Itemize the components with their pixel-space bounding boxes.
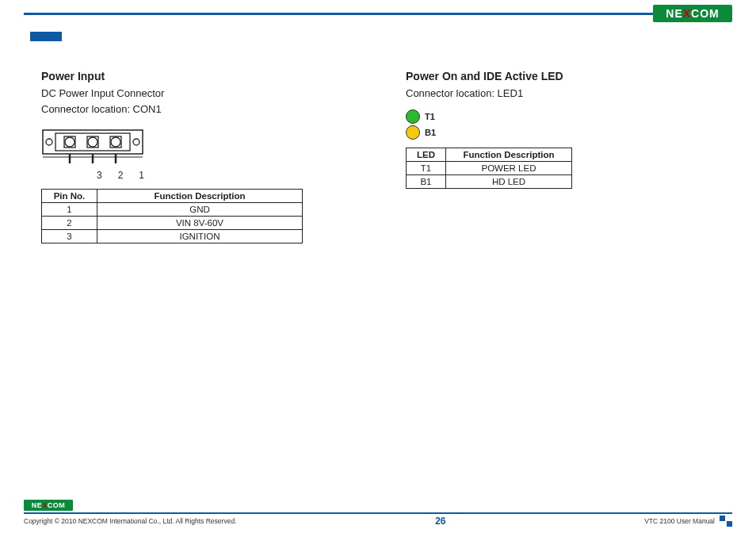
cell: B1 [407, 175, 446, 189]
copyright-text: Copyright © 2010 NEXCOM International Co… [24, 517, 236, 525]
led-diagram: T1 B1 [406, 109, 723, 140]
footer-brand-logo: NEXCOM [24, 500, 73, 511]
led-row-b1: B1 [406, 125, 723, 140]
power-input-sub2: Connector location: CON1 [41, 102, 358, 117]
pin-label-3: 3 [97, 170, 102, 181]
cell: POWER LED [446, 162, 572, 175]
power-input-title: Power Input [41, 70, 358, 82]
svg-point-4 [65, 137, 74, 147]
page-number: 26 [435, 516, 445, 527]
cell: IGNITION [97, 230, 303, 243]
content-body: Power Input DC Power Input Connector Con… [41, 70, 724, 243]
brand-logo-text: NEXCOM [666, 7, 719, 20]
cell: 1 [42, 203, 97, 217]
cell: VIN 8V-60V [97, 217, 303, 230]
pin-table: Pin No. Function Description 1 GND 2 VIN… [41, 189, 303, 243]
right-column: Power On and IDE Active LED Connector lo… [406, 70, 723, 243]
led-row-t1: T1 [406, 109, 723, 124]
led-label-b1: B1 [425, 128, 436, 137]
led-table: LED Function Description T1 POWER LED B1… [406, 148, 572, 189]
footer-rule [24, 512, 732, 514]
brand-pre: NE [666, 7, 682, 20]
brand-pre: NE [32, 501, 43, 509]
led-section-title: Power On and IDE Active LED [406, 70, 723, 82]
brand-logo: NEXCOM [653, 5, 732, 22]
table-row: 2 VIN 8V-60V [42, 217, 303, 230]
brand-post: COM [48, 501, 66, 509]
cell: 2 [42, 217, 97, 230]
table-row: 3 IGNITION [42, 230, 303, 243]
cell: T1 [407, 162, 446, 175]
pin-label-2: 2 [118, 170, 124, 181]
header-rule [24, 13, 732, 15]
cell: HD LED [446, 175, 572, 189]
footer-deco-icon [720, 516, 732, 527]
doc-title: VTC 2100 User Manual [644, 517, 715, 525]
led-yellow-icon [406, 125, 420, 140]
pin-label-1: 1 [139, 170, 144, 181]
svg-point-6 [88, 137, 97, 147]
connector-diagram: 1 2 3 [41, 125, 358, 181]
footer-row: Copyright © 2010 NEXCOM International Co… [24, 516, 732, 527]
pin-th-no: Pin No. [42, 190, 97, 203]
pin-number-labels: 1 2 3 [49, 170, 144, 181]
table-row: B1 HD LED [407, 175, 572, 189]
led-green-icon [406, 109, 420, 124]
footer-right: VTC 2100 User Manual [644, 516, 732, 527]
table-header-row: Pin No. Function Description [42, 190, 303, 203]
power-input-sub1: DC Power Input Connector [41, 86, 358, 102]
led-th-desc: Function Description [446, 148, 572, 162]
pin-th-desc: Function Description [97, 190, 303, 203]
left-column: Power Input DC Power Input Connector Con… [41, 70, 358, 243]
svg-point-8 [111, 137, 120, 147]
table-header-row: LED Function Description [407, 148, 572, 162]
cell: GND [97, 203, 303, 217]
connector-svg-icon [41, 125, 152, 167]
led-label-t1: T1 [425, 112, 435, 121]
svg-point-3 [133, 139, 139, 145]
document-page: NEXCOM Power Input DC Power Input Connec… [0, 0, 756, 533]
header-tab [30, 32, 62, 41]
table-row: 1 GND [42, 203, 303, 217]
led-section-sub: Connector location: LED1 [406, 86, 723, 102]
page-footer: NEXCOM Copyright © 2010 NEXCOM Internati… [24, 497, 732, 527]
table-row: T1 POWER LED [407, 162, 572, 175]
brand-x: X [683, 7, 691, 20]
led-th-id: LED [407, 148, 446, 162]
cell: 3 [42, 230, 97, 243]
brand-post: COM [691, 7, 720, 20]
svg-point-2 [46, 139, 52, 145]
